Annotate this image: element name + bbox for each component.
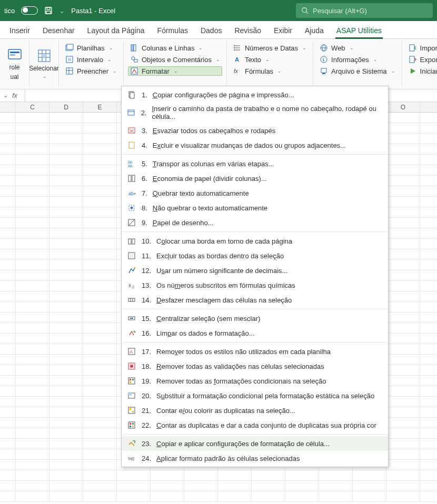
menu-item-14[interactable]: 14.Desfazer mesclagem das células na sel… — [122, 293, 388, 307]
cell[interactable] — [16, 302, 49, 312]
menu-item-5[interactable]: AbAb5.Transpor as colunas em várias etap… — [122, 156, 388, 171]
cell[interactable] — [386, 376, 420, 386]
cell[interactable] — [16, 323, 49, 333]
cell[interactable] — [252, 470, 285, 480]
cell[interactable] — [319, 491, 353, 501]
cell[interactable] — [16, 239, 49, 249]
iniciar-button[interactable]: Iniciar⌄ — [406, 66, 437, 76]
cell[interactable] — [0, 449, 16, 459]
cell[interactable] — [83, 460, 117, 470]
menu-item-9[interactable]: 9.Papel de desenho... — [122, 215, 388, 230]
cell[interactable] — [83, 439, 117, 449]
cell[interactable] — [16, 313, 49, 322]
cell[interactable] — [16, 249, 49, 259]
cell[interactable] — [83, 376, 117, 386]
cell[interactable] — [386, 470, 420, 480]
cell[interactable] — [49, 281, 83, 291]
cell[interactable] — [386, 249, 420, 259]
cell[interactable] — [83, 197, 117, 207]
cell[interactable] — [83, 355, 117, 365]
cell[interactable] — [16, 155, 49, 165]
menu-item-10[interactable]: 10.Colocar uma borda em torno de cada pá… — [122, 234, 388, 248]
menu-item-19[interactable]: 19.Remover todas as formatações condicio… — [122, 374, 388, 388]
menu-item-22[interactable]: 22.Contar as duplicatas e dar a cada con… — [122, 418, 388, 432]
cell[interactable] — [83, 491, 117, 501]
cell[interactable] — [0, 134, 16, 144]
cell[interactable] — [0, 481, 16, 491]
cell[interactable] — [285, 481, 319, 491]
tab-dados[interactable]: Dados — [194, 23, 228, 38]
cell[interactable] — [252, 481, 285, 491]
col-header[interactable]: C — [16, 102, 49, 112]
menu-item-6[interactable]: 6.Economia de papel (dividir colunas)... — [122, 171, 388, 186]
numeros-button[interactable]: Números e Datas⌄ — [231, 43, 309, 53]
cell[interactable] — [83, 281, 117, 291]
cell[interactable] — [16, 186, 49, 196]
menu-item-21[interactable]: 21.Contar e/ou colorir as duplicatas na … — [122, 403, 388, 418]
cell[interactable] — [83, 123, 117, 133]
cell[interactable] — [49, 260, 83, 270]
cell[interactable] — [386, 197, 420, 207]
cell[interactable] — [49, 291, 83, 301]
search-box[interactable]: Pesquisar (Alt+G) — [296, 3, 433, 18]
cell[interactable] — [49, 397, 83, 407]
cell[interactable] — [49, 197, 83, 207]
cell[interactable] — [0, 428, 16, 438]
tab-revisao[interactable]: Revisão — [228, 23, 267, 38]
cell[interactable] — [0, 355, 16, 365]
cell[interactable] — [83, 113, 117, 123]
cell[interactable] — [151, 470, 184, 480]
cell[interactable] — [16, 165, 49, 175]
autosave-toggle[interactable] — [21, 6, 38, 15]
cell[interactable] — [83, 470, 117, 480]
info-button[interactable]: iInformações⌄ — [317, 55, 398, 64]
cell[interactable] — [16, 449, 49, 459]
importar-button[interactable]: Importar⌄ — [406, 43, 437, 53]
cell[interactable] — [386, 491, 420, 501]
cell[interactable] — [16, 270, 49, 280]
cell[interactable] — [16, 376, 49, 386]
cell[interactable] — [386, 113, 420, 123]
cell[interactable] — [49, 186, 83, 196]
cell[interactable] — [0, 207, 16, 217]
cell[interactable] — [386, 291, 420, 301]
cell[interactable] — [16, 460, 49, 470]
cell[interactable] — [49, 365, 83, 375]
col-header[interactable] — [0, 102, 16, 112]
cell[interactable] — [0, 270, 16, 280]
cell[interactable] — [83, 165, 117, 175]
cell[interactable] — [0, 302, 16, 312]
cell[interactable] — [49, 218, 83, 228]
cell[interactable] — [386, 449, 420, 459]
cell[interactable] — [83, 291, 117, 301]
formulas-button[interactable]: fxFórmulas⌄ — [231, 66, 309, 76]
cell[interactable] — [386, 281, 420, 291]
cell[interactable] — [83, 239, 117, 249]
intervalo-button[interactable]: Intervalo⌄ — [63, 55, 119, 64]
cell[interactable] — [49, 113, 83, 123]
web-button[interactable]: Web⌄ — [317, 43, 398, 53]
menu-item-13[interactable]: x213.Os números subscritos em fórmulas q… — [122, 278, 388, 293]
cell[interactable] — [16, 228, 49, 238]
cell[interactable] — [49, 470, 83, 480]
planilhas-button[interactable]: Planilhas⌄ — [63, 43, 119, 53]
menu-item-18[interactable]: 18.Remover todas as validações nas célul… — [122, 359, 388, 374]
cell[interactable] — [386, 355, 420, 365]
cell[interactable] — [252, 491, 285, 501]
colunas-button[interactable]: Colunas e Linhas⌄ — [128, 43, 222, 53]
cell[interactable] — [49, 239, 83, 249]
cell[interactable] — [16, 418, 49, 428]
cell[interactable] — [218, 481, 252, 491]
cell[interactable] — [16, 218, 49, 228]
cell[interactable] — [0, 197, 16, 207]
menu-item-20[interactable]: 20.Substituir a formatação condicional p… — [122, 388, 388, 403]
cell[interactable] — [218, 491, 252, 501]
cell[interactable] — [386, 313, 420, 322]
menu-item-4[interactable]: 4.Excluir e visualizar mudanças de dados… — [122, 138, 388, 153]
cell[interactable] — [386, 207, 420, 217]
col-header[interactable]: D — [49, 102, 83, 112]
controle-button[interactable]: role ual — [5, 46, 24, 82]
cell[interactable] — [386, 228, 420, 238]
cell[interactable] — [353, 481, 386, 491]
cell[interactable] — [16, 386, 49, 396]
